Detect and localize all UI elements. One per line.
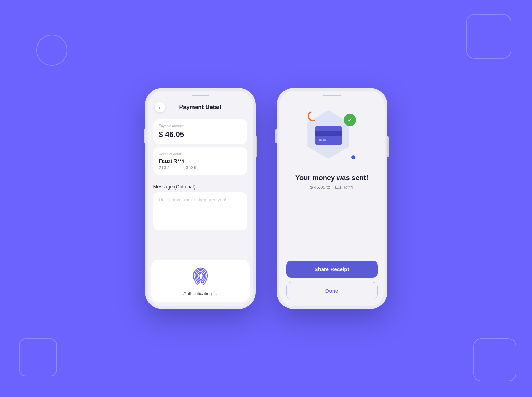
check-icon: ✓ xyxy=(348,117,352,123)
bg-decoration-rect-br xyxy=(473,338,516,381)
blue-dot-decoration xyxy=(351,155,355,159)
success-title: Your money was sent! xyxy=(295,174,368,182)
phone1-screen: ‹ Payment Detail Payable amount $ 46.05 … xyxy=(148,91,253,306)
bg-decoration-circle-tl xyxy=(36,35,67,66)
account-number: 2137 ···· ···· 3526 xyxy=(159,165,242,170)
phone2-content: ✓ Your money was sent! $ 46.05 to Fauzi … xyxy=(279,96,385,306)
message-input[interactable]: Untuk bayar makan kemaren yaa! xyxy=(153,192,247,230)
message-placeholder: Untuk bayar makan kemaren yaa! xyxy=(159,197,226,202)
card-dot-2 xyxy=(323,139,326,141)
payable-amount-value: $ 46.05 xyxy=(159,130,242,139)
action-buttons: Share Receipt Done xyxy=(286,261,378,299)
page-title: Payment Detail xyxy=(179,104,222,111)
phone2-screen: ✓ Your money was sent! $ 46.05 to Fauzi … xyxy=(279,91,385,306)
back-chevron-icon: ‹ xyxy=(159,104,160,110)
payment-cards-area: Payable amount $ 46.05 Receiver detail F… xyxy=(148,116,253,182)
phone-success: ✓ Your money was sent! $ 46.05 to Fauzi … xyxy=(277,88,387,309)
amount-card: Payable amount $ 46.05 xyxy=(153,119,247,144)
card-stripe xyxy=(315,131,342,136)
share-receipt-button[interactable]: Share Receipt xyxy=(286,261,378,278)
receiver-label: Receiver detail xyxy=(159,152,242,156)
message-label: Message (Optional) xyxy=(153,184,247,190)
receiver-name: Fauzi R***i xyxy=(159,158,242,164)
back-button[interactable]: ‹ xyxy=(155,102,165,112)
phones-container: ‹ Payment Detail Payable amount $ 46.05 … xyxy=(145,88,387,309)
check-badge: ✓ xyxy=(344,114,356,126)
bg-decoration-rect-bl xyxy=(19,338,57,376)
success-illustration: ✓ xyxy=(304,110,360,166)
receiver-card: Receiver detail Fauzi R***i 2137 ···· ··… xyxy=(153,147,247,175)
fingerprint-icon xyxy=(189,265,211,287)
card-dots xyxy=(319,139,326,141)
payable-amount-label: Payable amount xyxy=(159,124,242,128)
phone1-header: ‹ Payment Detail xyxy=(148,96,253,116)
success-subtitle: $ 46.05 to Fauzi R***i xyxy=(310,185,353,190)
bg-decoration-rect-tr xyxy=(466,14,511,59)
phone-payment-detail: ‹ Payment Detail Payable amount $ 46.05 … xyxy=(145,88,256,309)
auth-text: Authenticating ... xyxy=(183,291,217,296)
auth-section: Authenticating ... xyxy=(151,260,250,302)
card-dot-1 xyxy=(319,139,322,141)
done-button[interactable]: Done xyxy=(286,282,378,299)
phone1-content: ‹ Payment Detail Payable amount $ 46.05 … xyxy=(148,96,253,306)
card-icon xyxy=(315,126,342,145)
